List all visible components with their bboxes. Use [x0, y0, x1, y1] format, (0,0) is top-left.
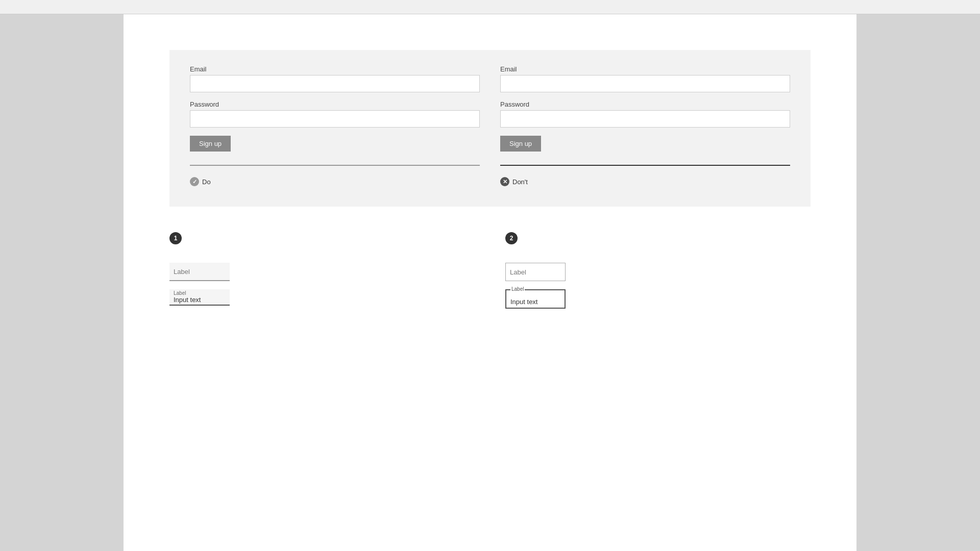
dont-password-label: Password [500, 101, 790, 108]
variant2-floating-input[interactable] [510, 298, 560, 306]
do-email-label: Email [190, 65, 480, 73]
do-indicator: ✓ Do [190, 177, 480, 186]
do-password-label: Password [190, 101, 480, 108]
variant-2-column: 2 Label [505, 232, 811, 309]
variant2-simple-input[interactable] [505, 263, 566, 281]
dont-divider [500, 165, 790, 166]
variant2-simple-group [505, 263, 811, 281]
step-2-badge: 2 [505, 232, 518, 244]
do-divider [190, 165, 480, 166]
dont-column: Email Password Sign up ✕ Don't [500, 65, 790, 186]
dont-icon: ✕ [500, 177, 509, 186]
dont-email-field-group: Email [500, 65, 790, 92]
step-1-badge: 1 [169, 232, 182, 244]
variant1-labeled-group: Label [169, 289, 230, 306]
comparison-section: Email Password Sign up ✓ Do Email [169, 50, 811, 207]
dont-email-label: Email [500, 65, 790, 73]
dont-password-input[interactable] [500, 110, 790, 128]
do-password-field-group: Password [190, 101, 480, 128]
do-signup-button[interactable]: Sign up [190, 136, 231, 152]
do-email-field-group: Email [190, 65, 480, 92]
do-icon: ✓ [190, 177, 199, 186]
variant1-flat-label: Label [174, 290, 226, 296]
do-column: Email Password Sign up ✓ Do [190, 65, 480, 186]
variants-section: 1 Label 2 Label [169, 232, 811, 309]
variant2-floating-label: Label [510, 286, 525, 292]
do-email-input[interactable] [190, 75, 480, 92]
variant-1-column: 1 Label [169, 232, 475, 309]
dont-indicator: ✕ Don't [500, 177, 790, 186]
do-label: Do [202, 178, 211, 186]
dont-email-input[interactable] [500, 75, 790, 92]
do-password-input[interactable] [190, 110, 480, 128]
main-content: Email Password Sign up ✓ Do Email [124, 14, 856, 551]
variant2-floating-group: Label [505, 289, 566, 309]
top-bar [0, 0, 980, 14]
variant1-simple-input[interactable] [169, 263, 230, 281]
dont-label: Don't [512, 178, 528, 186]
dont-password-field-group: Password [500, 101, 790, 128]
variant1-labeled-input[interactable] [174, 296, 226, 304]
variant1-simple-group [169, 263, 475, 281]
dont-signup-button[interactable]: Sign up [500, 136, 541, 152]
